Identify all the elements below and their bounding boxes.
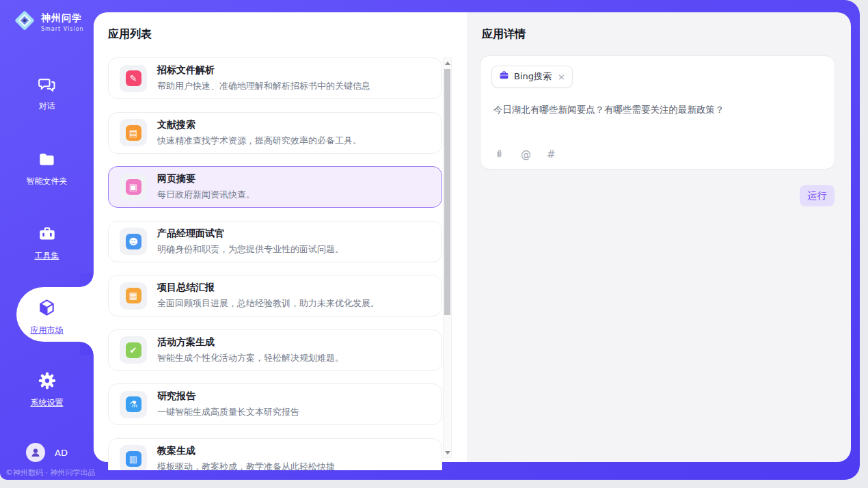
app-name: 产品经理面试官 [157, 228, 344, 240]
list-scrollbar[interactable] [443, 57, 452, 458]
scroll-down-arrow[interactable] [444, 448, 451, 457]
sidebar-item-smart-folder[interactable]: 智能文件夹 [0, 150, 94, 187]
brand-subtitle: Smart Vision [41, 26, 84, 32]
app-card-webpage-summary[interactable]: ▣ 网页摘要每日政府新闻资讯快查。 [108, 166, 442, 208]
app-card-literature-search[interactable]: ▤ 文献搜索快速精准查找学术资源，提高研究效率的必备工具。 [108, 112, 442, 154]
prompt-input[interactable]: 今日湖北有哪些新闻要点？有哪些需要关注的最新政策？ [493, 103, 821, 116]
brand-logo: 神州问学 Smart Vision [14, 10, 84, 34]
user-account[interactable]: AD [26, 443, 68, 462]
app-list-title: 应用列表 [108, 27, 152, 42]
sidebar-item-chat[interactable]: 对话 [0, 75, 94, 112]
app-detail-panel: 应用详情 Bing搜索 × 今日湖北有哪些新闻要点？ [467, 12, 851, 462]
content-area: 应用列表 ✎ 招标文件解析帮助用户快速、准确地理解和解析招标书中的关键信息 ▤ … [94, 12, 851, 462]
app-desc: 智能生成个性化活动方案，轻松解决规划难题。 [157, 352, 344, 364]
sidebar-item-app-market[interactable]: 应用市场 [0, 298, 94, 336]
sidebar-item-label: 对话 [39, 100, 55, 112]
edit-document-icon: ✎ [120, 65, 147, 92]
app-desc: 每日政府新闻资讯快查。 [157, 189, 255, 201]
app-card-lesson-plan-generator[interactable]: ▥ 教案生成模板驱动，教案秒成，教学准备从此轻松快捷 [108, 438, 442, 471]
app-desc: 全面回顾项目进展，总结经验教训，助力未来优化发展。 [157, 297, 379, 310]
app-name: 招标文件解析 [157, 64, 370, 77]
app-card-event-plan-generator[interactable]: ✔ 活动方案生成智能生成个性化活动方案，轻松解决规划难题。 [108, 329, 442, 371]
composer-toolbar: @ # [493, 148, 556, 161]
toolbox-icon [38, 224, 57, 246]
app-card-research-report[interactable]: ⚗ 研究报告一键智能生成高质量长文本研究报告 [108, 383, 442, 425]
app-card-project-summary[interactable]: ▦ 项目总结汇报全面回顾项目进展，总结经验教训，助力未来优化发展。 [108, 275, 442, 316]
app-desc: 模板驱动，教案秒成，教学准备从此轻松快捷 [157, 461, 335, 471]
chat-icon [38, 75, 56, 96]
cube-icon [37, 298, 57, 321]
book-icon: ▤ [120, 119, 147, 146]
folder-icon [38, 150, 56, 172]
diamond-logo-icon [14, 10, 36, 34]
sidebar-item-label: 智能文件夹 [27, 176, 68, 187]
app-desc: 帮助用户快速、准确地理解和解析招标书中的关键信息 [157, 80, 370, 92]
calendar-report-icon: ▦ [120, 282, 147, 310]
app-name: 网页摘要 [157, 173, 255, 185]
app-name: 教案生成 [157, 445, 335, 457]
books-icon: ▥ [120, 445, 147, 470]
briefcase-icon [499, 70, 509, 83]
avatar [26, 443, 45, 462]
sidebar-item-label: 系统设置 [31, 397, 64, 409]
tool-tag-label: Bing搜索 [514, 70, 552, 83]
hashtag-icon[interactable]: # [547, 148, 556, 161]
scroll-up-arrow[interactable] [444, 58, 451, 68]
app-desc: 明确身份和职责，为您提供专业性的面试问题。 [157, 243, 344, 256]
app-detail-title: 应用详情 [482, 27, 526, 42]
prompt-card: Bing搜索 × 今日湖北有哪些新闻要点？有哪些需要关注的最新政策？ @ # [480, 55, 835, 170]
app-name: 研究报告 [157, 390, 299, 403]
app-card-list: ✎ 招标文件解析帮助用户快速、准确地理解和解析招标书中的关键信息 ▤ 文献搜索快… [108, 57, 442, 470]
app-window: 神州问学 Smart Vision 对话 [0, 0, 868, 488]
sidebar-item-label: 应用市场 [31, 325, 64, 336]
scrollbar-thumb[interactable] [444, 69, 450, 315]
copyright-footer: ©神州数码 · 神州问学出品 [5, 467, 96, 478]
tool-tag-close-icon[interactable]: × [558, 72, 565, 82]
app-card-pm-interviewer[interactable]: ☻ 产品经理面试官明确身份和职责，为您提供专业性的面试问题。 [108, 221, 442, 262]
app-name: 项目总结汇报 [157, 282, 379, 294]
sidebar-item-toolbox[interactable]: 工具集 [0, 224, 94, 262]
app-desc: 快速精准查找学术资源，提高研究效率的必备工具。 [157, 135, 362, 147]
attachment-icon[interactable] [493, 149, 505, 161]
brand-name: 神州问学 [41, 12, 84, 25]
sidebar-item-label: 工具集 [35, 250, 59, 262]
run-button[interactable]: 运行 [800, 185, 835, 206]
webpage-code-icon: ▣ [120, 174, 147, 201]
interviewer-icon: ☻ [120, 228, 147, 255]
user-initials: AD [55, 448, 68, 458]
app-frame: 神州问学 Smart Vision 对话 [0, 0, 860, 480]
microscope-icon: ⚗ [120, 391, 147, 418]
sidebar: 神州问学 Smart Vision 对话 [0, 0, 94, 480]
app-card-bid-document-analysis[interactable]: ✎ 招标文件解析帮助用户快速、准确地理解和解析招标书中的关键信息 [108, 57, 442, 99]
tool-tag-bing-search[interactable]: Bing搜索 × [491, 66, 573, 87]
mention-icon[interactable]: @ [521, 148, 531, 161]
clipboard-check-icon: ✔ [120, 336, 147, 364]
app-name: 活动方案生成 [157, 336, 344, 349]
app-name: 文献搜索 [157, 119, 362, 131]
app-desc: 一键智能生成高质量长文本研究报告 [157, 406, 299, 418]
app-list-panel: 应用列表 ✎ 招标文件解析帮助用户快速、准确地理解和解析招标书中的关键信息 ▤ … [94, 12, 467, 462]
sidebar-item-settings[interactable]: 系统设置 [0, 371, 94, 409]
gear-icon [38, 371, 57, 393]
